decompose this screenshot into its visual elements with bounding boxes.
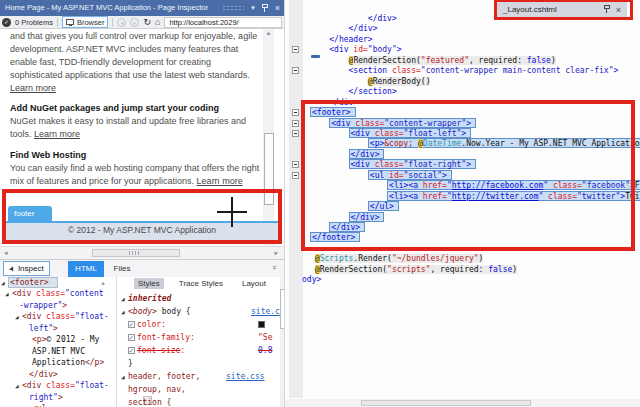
code-line[interactable]: </section> xyxy=(349,87,397,97)
code-fold-icon[interactable] xyxy=(292,172,299,179)
code-token: "content-wrapper main-content clear-fix" xyxy=(421,66,614,75)
tree-node[interactable]: <p>© 2012 - My xyxy=(25,335,99,345)
inspect-button[interactable]: ➤ Inspect xyxy=(3,261,50,276)
learn-more-link-1[interactable]: Learn more xyxy=(10,83,56,93)
code-line[interactable]: @RenderSection("scripts", required: fals… xyxy=(315,265,517,275)
code-token: </div> xyxy=(349,24,378,33)
refresh-icon[interactable]: ↻ xyxy=(143,18,151,27)
hosting-paragraph: You can easily find a web hosting compan… xyxy=(10,162,260,188)
code-line[interactable]: ody> xyxy=(302,275,321,285)
tree-node[interactable]: -wrapper"> xyxy=(12,301,67,311)
styles-body-rule[interactable]: ◢<body> body {site.css xyxy=(121,307,281,317)
code-line[interactable]: <div id="body"> xyxy=(329,45,401,55)
tree-node[interactable]: ◢<footer> xyxy=(1,278,58,288)
url-input[interactable]: http://localhost:2029/ xyxy=(164,17,282,28)
code-token: > xyxy=(613,66,618,75)
tree-scroll-up-icon[interactable]: ▲ xyxy=(100,280,106,286)
tree-node[interactable]: ◢<div class="float- xyxy=(15,312,109,322)
code-line[interactable]: @RenderSection("featured", required: fal… xyxy=(349,56,556,66)
code-token: right" xyxy=(29,393,58,402)
home-icon[interactable]: ⌂ xyxy=(155,18,160,27)
prop-checkbox[interactable] xyxy=(128,321,135,328)
code-token: </header> xyxy=(329,35,372,44)
learn-more-link-3[interactable]: Learn more xyxy=(197,176,243,186)
code-fold-icon[interactable] xyxy=(292,130,299,137)
code-fold-icon[interactable] xyxy=(292,120,299,127)
hosting-heading: Find Web Hosting xyxy=(10,149,260,162)
window-menu-icon[interactable]: ▾ xyxy=(251,0,255,16)
styles-header-footer-rule[interactable]: ◢header, footer,site.css xyxy=(121,372,281,382)
scroll-up-icon[interactable]: ▲ xyxy=(263,30,274,36)
style-prop-font-family[interactable]: font-family:"Se xyxy=(128,333,195,343)
browser-label: Browser xyxy=(77,18,105,27)
intro-paragraph: and that gives you full control over mar… xyxy=(10,30,260,95)
code-token: ) xyxy=(512,265,517,274)
tool-window-titlebar[interactable]: Home Page - My ASP.NET MVC Application -… xyxy=(0,0,284,16)
code-token: <p> xyxy=(32,335,46,344)
code-token: <div xyxy=(22,381,46,390)
stylesheet-link[interactable]: site.css xyxy=(226,372,265,382)
tree-node[interactable]: left"> xyxy=(22,324,58,334)
code-fold-icon[interactable] xyxy=(292,161,299,168)
code-token: @ xyxy=(368,77,373,86)
tab-styles[interactable]: Styles xyxy=(134,278,164,289)
code-fold-icon[interactable] xyxy=(292,67,299,74)
collapsed-region-marker[interactable] xyxy=(311,55,320,58)
pin-icon[interactable] xyxy=(262,4,268,13)
tab-trace-styles[interactable]: Trace Styles xyxy=(175,278,227,289)
tab-layout[interactable]: Layout xyxy=(238,278,270,289)
tree-node[interactable]: ◢<div class="content xyxy=(5,289,104,299)
inspection-panel-body: ◢<footer>◢<div class="content -wrapper">… xyxy=(0,277,284,407)
code-token: .Render( xyxy=(353,254,392,263)
expanded-icon[interactable]: ◢ xyxy=(1,278,8,288)
forward-button[interactable]: ▸ xyxy=(130,18,139,27)
close-icon[interactable]: × xyxy=(275,4,280,13)
code-line[interactable]: @Scripts.Render("~/bundles/jquery") xyxy=(315,254,484,264)
code-token: <section xyxy=(349,66,392,75)
code-token: "scripts" xyxy=(387,265,430,274)
prop-checkbox[interactable] xyxy=(128,347,135,354)
scroll-right-icon[interactable]: ▸ xyxy=(274,249,278,257)
styles-inherited-group[interactable]: ◢inherited xyxy=(121,294,171,304)
code-line[interactable]: </div> xyxy=(368,14,397,24)
code-token: , required: xyxy=(469,56,527,65)
code-token: false xyxy=(488,265,512,274)
code-line[interactable]: @RenderBody() xyxy=(368,77,431,87)
code-token: -wrapper" xyxy=(19,301,62,310)
collapse-chevron-icon[interactable]: » xyxy=(269,265,278,269)
annotation-box-footer xyxy=(2,189,282,244)
tree-node[interactable]: </div> xyxy=(22,370,58,380)
style-prop-color[interactable]: color: xyxy=(128,320,166,330)
stylesheet-link[interactable]: site.css xyxy=(251,307,281,317)
prop-checkbox[interactable] xyxy=(128,334,135,341)
code-token: RenderBody() xyxy=(373,77,431,86)
code-fold-icon[interactable] xyxy=(292,46,299,53)
scroll-left-icon[interactable]: ◂ xyxy=(4,249,8,257)
tab-files[interactable]: Files xyxy=(106,261,138,277)
tree-node[interactable]: ASP.NET MVC xyxy=(25,347,85,357)
code-line[interactable]: <section class="content-wrapper main-con… xyxy=(349,66,619,76)
problems-label[interactable]: 0 Problems xyxy=(15,18,53,27)
scroll-thumb[interactable] xyxy=(361,400,531,406)
code-line[interactable]: </header> xyxy=(329,35,372,45)
code-token: false xyxy=(527,56,551,65)
learn-more-link-2[interactable]: Learn more xyxy=(34,129,80,139)
browser-horizontal-scrollbar[interactable]: ◂ ▸ xyxy=(0,246,284,259)
code-fold-icon[interactable] xyxy=(292,109,299,116)
tree-node[interactable]: right"> xyxy=(22,393,63,403)
tree-node[interactable]: ◢<div class="float- xyxy=(15,381,109,391)
expanded-icon[interactable]: ◢ xyxy=(15,312,22,322)
expanded-icon[interactable]: ◢ xyxy=(15,381,22,391)
tree-node[interactable]: Application</p> xyxy=(25,358,104,368)
browser-dropdown[interactable]: Browser xyxy=(62,16,109,28)
scroll-thumb[interactable] xyxy=(92,249,180,257)
rule2-selectors: hgroup, nav, xyxy=(128,385,186,395)
code-editor[interactable]: </div></div></header><div id="body">@Ren… xyxy=(284,0,640,407)
editor-horizontal-scrollbar[interactable] xyxy=(285,399,640,407)
style-prop-font-size[interactable]: font-size:0.8 xyxy=(128,346,185,356)
code-line[interactable]: </div> xyxy=(349,24,378,34)
tab-html[interactable]: HTML xyxy=(68,261,104,277)
inspect-cursor-icon: ➤ xyxy=(7,264,17,273)
back-button[interactable]: ◂ xyxy=(117,18,126,27)
expanded-icon[interactable]: ◢ xyxy=(5,289,12,299)
